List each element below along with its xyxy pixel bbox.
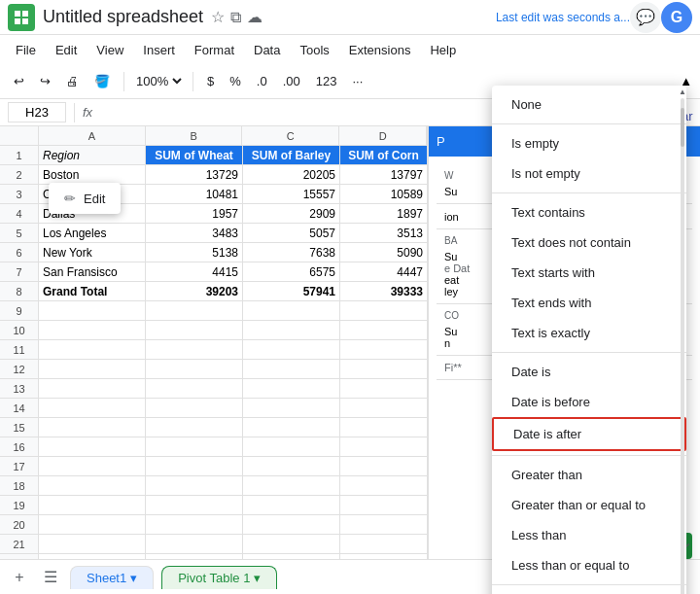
dropdown-item-text-contains[interactable]: Text contains xyxy=(492,197,686,227)
sheet1-tab[interactable]: Sheet1 ▾ xyxy=(70,566,154,589)
dropdown-separator-4 xyxy=(492,455,686,456)
dropdown-item-is-empty[interactable]: Is empty xyxy=(492,128,686,158)
cell-a8[interactable]: Grand Total xyxy=(39,282,146,300)
rows-su-text: Su xyxy=(444,186,457,197)
cell-a6[interactable]: New York xyxy=(39,243,146,262)
row-num-13: 13 xyxy=(0,379,38,399)
dropdown-item-date-is-after[interactable]: Date is after xyxy=(492,417,686,451)
cell-a1[interactable]: Region xyxy=(39,146,146,164)
col-header-b: B xyxy=(146,126,243,145)
add-sheet-button[interactable]: + xyxy=(8,566,31,589)
row-num-20: 20 xyxy=(0,515,38,535)
table-row: Boston 13729 20205 13797 xyxy=(39,165,428,185)
cell-c3[interactable]: 15557 xyxy=(243,185,340,203)
paint-format-button[interactable]: 🪣 xyxy=(88,72,116,90)
more-button[interactable]: ··· xyxy=(346,72,368,90)
last-edit-link[interactable]: Last edit was seconds a... xyxy=(496,11,630,24)
cell-c6[interactable]: 7638 xyxy=(243,243,340,262)
document-title[interactable]: Untitled spreadsheet xyxy=(43,7,203,27)
decimal1-button[interactable]: .0 xyxy=(251,72,273,90)
percent-button[interactable]: % xyxy=(224,72,247,90)
sheets-menu-icon[interactable]: ☰ xyxy=(39,566,62,589)
dropdown-item-text-ends-with[interactable]: Text ends with xyxy=(492,288,686,318)
decimal2-button[interactable]: .00 xyxy=(277,72,306,90)
menu-file[interactable]: File xyxy=(8,39,44,61)
cell-a7[interactable]: San Fransisco xyxy=(39,262,146,281)
row-num-6: 6 xyxy=(0,243,38,262)
row-num-14: 14 xyxy=(0,399,38,418)
account-button[interactable]: G xyxy=(661,2,692,33)
col-header-a: A xyxy=(39,126,146,145)
redo-button[interactable]: ↪ xyxy=(34,72,56,90)
undo-button[interactable]: ↩ xyxy=(8,72,30,90)
menu-insert[interactable]: Insert xyxy=(135,39,183,61)
dropdown-item-text-does-not-contain[interactable]: Text does not contain xyxy=(492,227,686,258)
table-row xyxy=(39,360,428,379)
cell-d1[interactable]: SUM of Corn xyxy=(340,146,428,164)
menu-view[interactable]: View xyxy=(88,39,131,61)
cell-d7[interactable]: 4447 xyxy=(340,262,428,281)
cell-d3[interactable]: 10589 xyxy=(340,185,428,203)
dropdown-item-is-not-empty[interactable]: Is not empty xyxy=(492,158,686,189)
menu-tools[interactable]: Tools xyxy=(292,39,336,61)
cell-d2[interactable]: 13797 xyxy=(340,165,428,184)
dropdown-item-text-is-exactly[interactable]: Text is exactly xyxy=(492,318,686,348)
dropdown-item-none[interactable]: None xyxy=(492,89,686,120)
formula-divider xyxy=(74,103,75,122)
menu-edit[interactable]: Edit xyxy=(48,39,85,61)
dropdown-item-greater-than-equal[interactable]: Greater than or equal to xyxy=(492,490,686,520)
row-num-16: 16 xyxy=(0,437,38,457)
cell-c1[interactable]: SUM of Barley xyxy=(243,146,340,164)
cell-d5[interactable]: 3513 xyxy=(340,224,428,242)
pivot-label: Pivot Table 1 xyxy=(178,571,250,585)
cell-b1[interactable]: SUM of Wheat xyxy=(146,146,243,164)
cell-d4[interactable]: 1897 xyxy=(340,204,428,223)
format123-button[interactable]: 123 xyxy=(310,72,343,90)
cell-c5[interactable]: 5057 xyxy=(243,224,340,242)
cell-a2[interactable]: Boston xyxy=(39,165,146,184)
menu-extensions[interactable]: Extensions xyxy=(341,39,419,61)
dropdown-item-greater-than[interactable]: Greater than xyxy=(492,460,686,490)
dropdown-item-less-than[interactable]: Less than xyxy=(492,520,686,550)
row-num-12: 12 xyxy=(0,360,38,379)
scroll-thumb-vertical[interactable] xyxy=(681,108,684,147)
cell-b6[interactable]: 5138 xyxy=(146,243,243,262)
cell-b2[interactable]: 13729 xyxy=(146,165,243,184)
menu-format[interactable]: Format xyxy=(187,39,242,61)
zoom-select[interactable]: 100% xyxy=(132,73,185,89)
row-num-1: 1 xyxy=(0,146,38,165)
cell-b7[interactable]: 4415 xyxy=(146,262,243,281)
scroll-up-arrow-icon[interactable]: ▲ xyxy=(677,86,688,98)
dropdown-item-date-is-before[interactable]: Date is before xyxy=(492,387,686,417)
cell-b4[interactable]: 1957 xyxy=(146,204,243,223)
menu-help[interactable]: Help xyxy=(422,39,464,61)
table-row: New York 5138 7638 5090 xyxy=(39,243,428,262)
cell-c4[interactable]: 2909 xyxy=(243,204,340,223)
dropdown-item-text-starts-with[interactable]: Text starts with xyxy=(492,258,686,288)
cell-b5[interactable]: 3483 xyxy=(146,224,243,242)
chat-button[interactable]: 💬 xyxy=(630,2,661,33)
cell-b3[interactable]: 10481 xyxy=(146,185,243,203)
pivot-tab[interactable]: Pivot Table 1 ▾ xyxy=(161,566,277,589)
star-icon[interactable]: ☆ xyxy=(211,8,225,26)
cell-b8[interactable]: 39203 xyxy=(146,282,243,300)
cell-c7[interactable]: 6575 xyxy=(243,262,340,281)
cell-d6[interactable]: 5090 xyxy=(340,243,428,262)
region-label: ion xyxy=(444,211,459,223)
cell-d8[interactable]: 39333 xyxy=(340,282,428,300)
dropdown-item-less-than-equal[interactable]: Less than or equal to xyxy=(492,550,686,580)
cell-c8[interactable]: 57941 xyxy=(243,282,340,300)
currency-button[interactable]: $ xyxy=(201,72,220,90)
cloud-icon[interactable]: ☁ xyxy=(247,8,262,26)
dropdown-item-date-is[interactable]: Date is xyxy=(492,357,686,387)
corner-cell xyxy=(0,126,39,145)
print-button[interactable]: 🖨 xyxy=(60,72,85,90)
table-row xyxy=(39,535,428,554)
cell-a5[interactable]: Los Angeles xyxy=(39,224,146,242)
menu-data[interactable]: Data xyxy=(246,39,288,61)
dropdown-item-is-equal-to[interactable]: Is equal to xyxy=(492,589,686,594)
cell-c2[interactable]: 20205 xyxy=(243,165,340,184)
edit-tooltip-label[interactable]: Edit xyxy=(84,192,105,206)
cell-reference-input[interactable] xyxy=(8,102,66,122)
move-icon[interactable]: ⧉ xyxy=(230,9,241,26)
